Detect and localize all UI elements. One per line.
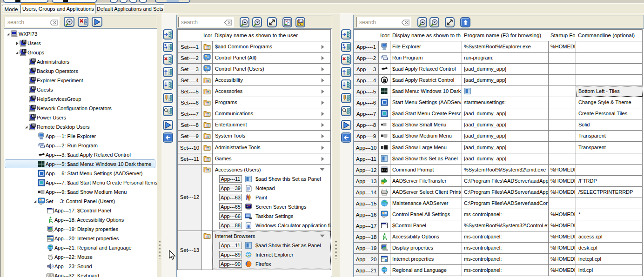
svg-text:4: 4: [85, 22, 87, 26]
svg-text:C:\: C:\: [382, 168, 388, 172]
